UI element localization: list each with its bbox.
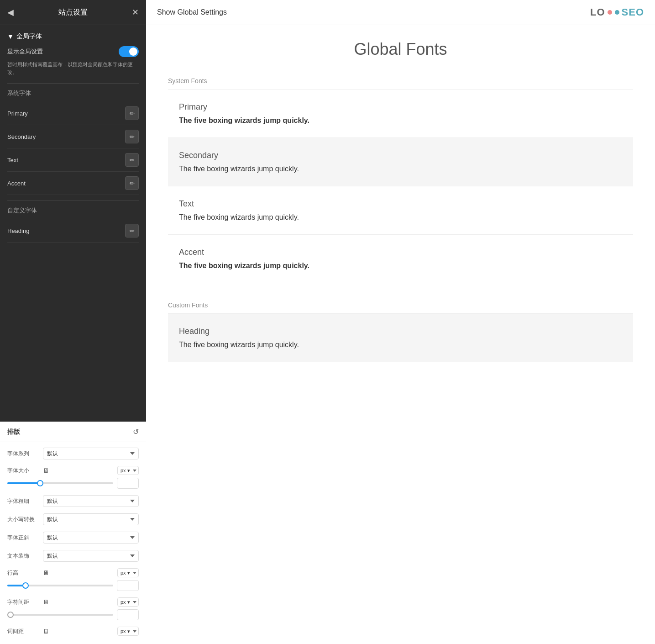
toggle-label: 显示全局设置 (7, 48, 43, 56)
close-button[interactable]: ✕ (132, 7, 139, 17)
font-preview-heading: Heading The five boxing wizards jump qui… (168, 314, 633, 362)
font-preview-text-name: Text (179, 199, 622, 209)
font-row-secondary: Secondary ✏ (7, 125, 139, 148)
font-preview-heading-sample: The five boxing wizards jump quickly. (179, 341, 622, 349)
text-decoration-row: 文本装饰 默认 (7, 550, 139, 562)
word-spacing-row: 词间距 🖥 px ▾ (7, 627, 139, 636)
font-preview-primary-sample: The five boxing wizards jump quickly. (179, 116, 622, 125)
font-row-heading: Heading ✏ (7, 219, 139, 243)
hint-text: 暂时用样式指南覆盖画布，以预览对全局颜色和字体的更改。 (7, 61, 139, 76)
font-weight-row: 字体粗细 默认 (7, 495, 139, 507)
text-transform-label: 大小写转换 (7, 516, 39, 523)
arrow-icon: ▼ (7, 33, 14, 40)
font-label-text: Text (7, 157, 18, 164)
line-height-label: 行高 (7, 569, 39, 577)
letter-spacing-input[interactable] (117, 609, 139, 620)
logo-seo: SEO (622, 6, 644, 18)
font-style-row: 字体正斜 默认 (7, 532, 139, 544)
system-fonts-section-heading: System Fonts (168, 77, 633, 90)
right-content: Global Fonts System Fonts Primary The fi… (146, 25, 655, 377)
back-button[interactable]: ◀ (7, 7, 14, 17)
text-transform-select[interactable]: 默认 (43, 513, 139, 525)
page-title: Global Fonts (168, 40, 633, 59)
edit-text-button[interactable]: ✏ (125, 153, 139, 167)
letter-spacing-row: 字符间距 🖥 px ▾ (7, 597, 139, 607)
font-row-primary: Primary ✏ (7, 102, 139, 125)
letter-spacing-unit-select[interactable]: px ▾ (117, 597, 139, 607)
font-size-row: 字体大小 🖥 px ▾ (7, 466, 139, 475)
edit-accent-button[interactable]: ✏ (125, 176, 139, 190)
font-preview-accent-name: Accent (179, 248, 622, 257)
global-settings-toggle[interactable] (119, 46, 139, 57)
typography-body: 字体系列 默认 字体大小 🖥 px ▾ 字体粗细 (0, 442, 146, 644)
edit-heading-button[interactable]: ✏ (125, 224, 139, 238)
typography-popup: 排版 ↺ 字体系列 默认 字体大小 🖥 px ▾ (0, 422, 146, 644)
font-style-label: 字体正斜 (7, 534, 39, 542)
font-label-primary: Primary (7, 110, 28, 117)
word-spacing-label: 词间距 (7, 628, 39, 635)
font-size-label: 字体大小 (7, 467, 39, 475)
font-preview-secondary: Secondary The five boxing wizards jump q… (168, 138, 633, 186)
edit-secondary-button[interactable]: ✏ (125, 130, 139, 143)
text-decoration-label: 文本装饰 (7, 552, 39, 560)
font-family-select[interactable]: 默认 (43, 448, 139, 459)
divider2 (7, 201, 139, 201)
line-height-monitor-icon: 🖥 (43, 569, 49, 576)
word-spacing-unit-select[interactable]: px ▾ (117, 627, 139, 636)
font-preview-secondary-sample: The five boxing wizards jump quickly. (179, 165, 622, 173)
right-header: Show Global Settings LOSEO (146, 0, 655, 25)
font-preview-secondary-name: Secondary (179, 151, 622, 160)
system-fonts-label: 系统字体 (7, 89, 139, 97)
line-height-slider[interactable] (7, 585, 113, 586)
global-fonts-section-title: ▼ 全局字体 (7, 32, 139, 41)
custom-fonts-section-heading: Custom Fonts (168, 301, 633, 314)
text-transform-row: 大小写转换 默认 (7, 513, 139, 525)
letter-spacing-slider[interactable] (7, 614, 113, 616)
letter-spacing-label: 字符间距 (7, 598, 39, 606)
line-height-unit-select[interactable]: px ▾ (117, 568, 139, 577)
font-size-input[interactable] (117, 478, 139, 489)
line-height-slider-row (7, 580, 139, 591)
line-height-row: 行高 🖥 px ▾ (7, 568, 139, 577)
font-label-heading: Heading (7, 227, 29, 234)
show-global-settings-label: Show Global Settings (157, 8, 227, 16)
loyseo-logo: LOSEO (590, 6, 644, 18)
font-size-slider-row (7, 478, 139, 489)
left-panel: ◀ 站点设置 ✕ ▼ 全局字体 显示全局设置 暂时用样式指南覆盖画布，以预览对全… (0, 0, 146, 644)
right-panel: Show Global Settings LOSEO Global Fonts … (146, 0, 655, 644)
font-preview-heading-name: Heading (179, 327, 622, 336)
font-preview-accent-sample: The five boxing wizards jump quickly. (179, 262, 622, 270)
typography-reset-button[interactable]: ↺ (133, 428, 139, 436)
text-decoration-select[interactable]: 默认 (43, 550, 139, 562)
font-weight-select[interactable]: 默认 (43, 495, 139, 507)
edit-primary-button[interactable]: ✏ (125, 106, 139, 120)
toggle-row: 显示全局设置 (7, 46, 139, 57)
logo-lo: LO (590, 6, 605, 18)
font-preview-accent: Accent The five boxing wizards jump quic… (168, 235, 633, 283)
font-preview-text: Text The five boxing wizards jump quickl… (168, 186, 633, 235)
font-style-select[interactable]: 默认 (43, 532, 139, 544)
font-preview-primary-name: Primary (179, 102, 622, 112)
font-size-slider[interactable] (7, 482, 113, 484)
monitor-icon: 🖥 (43, 467, 49, 474)
font-preview-primary: Primary The five boxing wizards jump qui… (168, 90, 633, 138)
font-row-text: Text ✏ (7, 148, 139, 172)
letter-spacing-monitor-icon: 🖥 (43, 598, 49, 606)
font-size-unit-select[interactable]: px ▾ (117, 466, 139, 475)
line-height-input[interactable] (117, 580, 139, 591)
letter-spacing-slider-row (7, 609, 139, 620)
divider (7, 83, 139, 84)
panel-title: 站点设置 (58, 8, 88, 17)
font-family-label: 字体系列 (7, 450, 39, 458)
font-weight-label: 字体粗细 (7, 497, 39, 505)
typography-title: 排版 (7, 428, 20, 436)
logo-dot1 (608, 10, 612, 15)
custom-fonts-label: 自定义字体 (7, 206, 139, 215)
font-label-accent: Accent (7, 180, 26, 187)
typography-header: 排版 ↺ (0, 422, 146, 442)
font-family-row: 字体系列 默认 (7, 448, 139, 459)
logo-dot2 (615, 10, 619, 15)
font-preview-text-sample: The five boxing wizards jump quickly. (179, 213, 622, 222)
panel-header: ◀ 站点设置 ✕ (0, 0, 146, 25)
word-spacing-monitor-icon: 🖥 (43, 628, 49, 635)
